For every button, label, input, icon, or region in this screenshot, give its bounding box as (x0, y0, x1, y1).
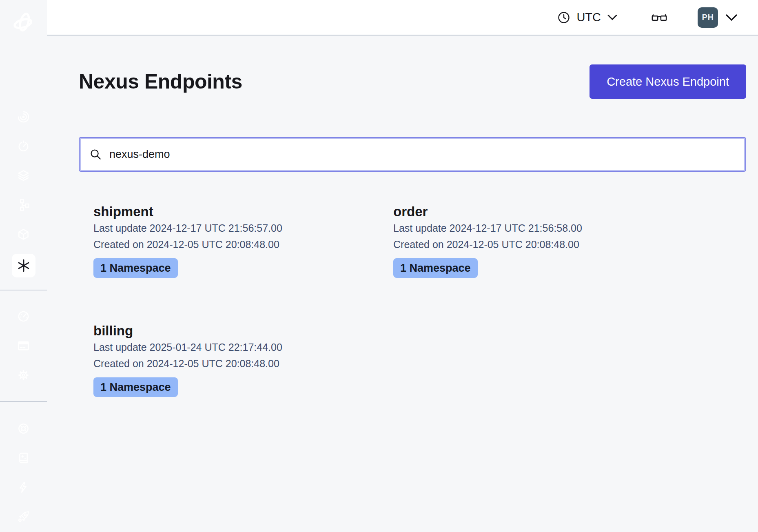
main-area: UTC PH (47, 0, 758, 532)
chevron-down-icon (607, 14, 618, 20)
life-ring-icon (17, 422, 30, 435)
nexus-asterisk-icon (17, 259, 31, 273)
sidebar-nav-primary (12, 107, 35, 277)
sidebar-item-namespaces[interactable] (14, 107, 33, 126)
temporal-logo[interactable] (11, 11, 36, 35)
page-title: Nexus Endpoints (79, 70, 242, 93)
graph-icon (17, 199, 30, 211)
temporal-logo-icon (12, 11, 35, 35)
rocket-icon (17, 510, 30, 523)
namespace-badge: 1 Namespace (93, 258, 178, 278)
lightning-icon (17, 481, 30, 494)
top-bar: UTC PH (47, 0, 758, 35)
search-container (79, 137, 746, 172)
sidebar-item-workflows[interactable] (14, 195, 33, 215)
glasses-icon (651, 11, 667, 24)
timer-icon (17, 140, 30, 153)
sidebar-item-getting-started[interactable] (14, 507, 33, 526)
sidebar-divider (0, 290, 47, 290)
sidebar-item-docs[interactable] (14, 448, 33, 468)
namespace-badge: 1 Namespace (93, 377, 178, 397)
timezone-label: UTC (576, 11, 601, 24)
title-row: Nexus Endpoints Create Nexus Endpoint (79, 64, 746, 99)
sidebar-item-batch-operations[interactable] (14, 166, 33, 185)
account-menu[interactable]: PH (698, 7, 738, 28)
endpoint-created: Created on 2024-12-05 UTC 20:08:48.00 (393, 236, 693, 253)
sidebar-nav-account (14, 306, 33, 385)
sidebar-item-schedules[interactable] (14, 136, 33, 156)
sidebar-item-support[interactable] (14, 419, 33, 438)
gauge-icon (17, 310, 30, 323)
endpoint-name: shipment (93, 204, 393, 220)
sidebar-item-billing[interactable] (14, 336, 33, 355)
timezone-selector[interactable]: UTC (557, 11, 618, 24)
endpoint-grid: shipment Last update 2024-12-17 UTC 21:5… (93, 204, 746, 397)
sidebar-item-usage[interactable] (14, 306, 33, 326)
sidebar-nav-help (14, 419, 33, 526)
endpoint-card[interactable]: billing Last update 2025-01-24 UTC 22:17… (93, 323, 393, 397)
clock-icon (557, 11, 570, 24)
endpoint-card[interactable]: shipment Last update 2024-12-17 UTC 21:5… (93, 204, 393, 278)
billing-card-icon (17, 339, 30, 352)
namespace-badge: 1 Namespace (393, 258, 478, 278)
endpoint-created: Created on 2024-12-05 UTC 20:08:48.00 (93, 355, 393, 372)
endpoint-last-update: Last update 2024-12-17 UTC 21:56:58.00 (393, 220, 693, 236)
create-nexus-endpoint-button[interactable]: Create Nexus Endpoint (590, 64, 746, 99)
cube-icon (17, 228, 30, 241)
sidebar-divider (0, 401, 47, 402)
endpoint-last-update: Last update 2025-01-24 UTC 22:17:44.00 (93, 339, 393, 355)
search-input[interactable] (109, 148, 736, 161)
gear-icon (17, 369, 30, 381)
sidebar-item-settings[interactable] (14, 365, 33, 385)
chevron-down-icon (725, 14, 738, 21)
content: Nexus Endpoints Create Nexus Endpoint sh… (47, 35, 758, 532)
layers-icon (17, 169, 30, 182)
sidebar-item-nexus-active[interactable] (12, 254, 35, 277)
app-root: UTC PH (0, 0, 758, 532)
endpoint-card[interactable]: order Last update 2024-12-17 UTC 21:56:5… (393, 204, 693, 278)
avatar: PH (698, 7, 718, 28)
endpoint-name: billing (93, 323, 393, 339)
endpoint-last-update: Last update 2024-12-17 UTC 21:56:57.00 (93, 220, 393, 236)
endpoint-created: Created on 2024-12-05 UTC 20:08:48.00 (93, 236, 393, 253)
spiral-icon (17, 111, 30, 123)
endpoint-name: order (393, 204, 693, 220)
search-icon (89, 148, 102, 161)
sidebar-item-deployments[interactable] (14, 224, 33, 244)
book-sparkles-icon (17, 452, 30, 464)
sidebar-item-quickstart[interactable] (14, 477, 33, 497)
labs-mode-button[interactable] (651, 11, 667, 24)
sidebar (0, 0, 47, 532)
